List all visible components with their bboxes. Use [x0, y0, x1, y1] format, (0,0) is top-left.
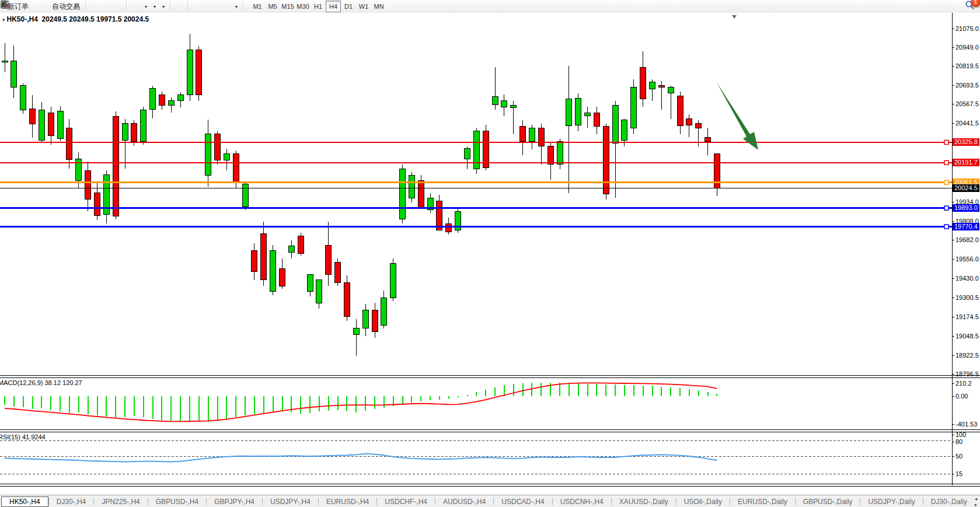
timeframe-H4[interactable]: H4: [326, 1, 341, 12]
macd-tick-mark: [952, 383, 954, 384]
price-tick-mark: [952, 259, 954, 260]
timeframe-MN[interactable]: MN: [371, 1, 386, 12]
rsi-tick: 50: [955, 453, 962, 460]
one-click-trading-toggle-icon[interactable]: ▾: [2, 17, 5, 23]
price-tick: 19682.0: [955, 236, 979, 243]
pane-separator-macd[interactable]: [0, 375, 980, 378]
tab-gbpusd-daily[interactable]: GBPUSD-,Daily: [796, 496, 860, 506]
chart-client-area: ▾HK50-,H4 20249.5 20249.5 19971.5 20024.…: [0, 13, 980, 495]
chart-ohlc-header: ▾HK50-,H4 20249.5 20249.5 19971.5 20024.…: [2, 15, 149, 23]
macd-tick-mark: [952, 396, 954, 397]
rsi-tick: 80: [955, 438, 962, 445]
toolbar-separator: [85, 2, 86, 11]
tab-eurusd-daily[interactable]: EURUSD-,Daily: [730, 496, 795, 506]
timeframe-M1[interactable]: M1: [250, 1, 265, 12]
tab-gbpjpy-h4[interactable]: GBPJPY-,H4: [207, 496, 262, 506]
pane-separator-rsi[interactable]: [0, 429, 980, 432]
price-tick-mark: [952, 374, 954, 375]
timeframe-W1[interactable]: W1: [356, 1, 371, 12]
macd-tick: 0.00: [955, 393, 968, 400]
rsi-tick-mark: [952, 442, 954, 442]
channel-button[interactable]: E: [208, 0, 214, 13]
chart-shift-button[interactable]: [130, 0, 135, 13]
line-chart-button[interactable]: [100, 0, 106, 13]
text-label-button[interactable]: T: [226, 0, 232, 13]
bar-chart-button[interactable]: [89, 0, 95, 13]
price-tick-mark: [952, 317, 954, 317]
new-chart-button[interactable]: ▾: [141, 0, 150, 13]
ohlc-low: 19971.5: [96, 15, 121, 23]
rsi-label: RSI(15) 41.9244: [0, 433, 46, 440]
timeframe-M30[interactable]: M30: [295, 1, 311, 12]
search-button[interactable]: [965, 0, 971, 13]
chevron-down-icon: ▾: [145, 4, 147, 9]
zoom-out-button[interactable]: [112, 0, 118, 13]
rsi-tick: 15: [955, 470, 962, 477]
autotrading-label: 自动交易: [52, 2, 80, 12]
shapes-button[interactable]: ▾: [232, 0, 240, 13]
periods-button[interactable]: ▾: [150, 0, 159, 13]
signals-button[interactable]: [43, 0, 49, 13]
timeframe-H1[interactable]: H1: [311, 1, 326, 12]
trendline-button[interactable]: [203, 0, 208, 13]
notifications-button[interactable]: 1: [971, 0, 976, 13]
chevron-down-icon: ▾: [154, 4, 156, 9]
tab-audusd-h4[interactable]: AUDUSD-,H4: [435, 496, 493, 506]
timeframe-D1[interactable]: D1: [341, 1, 356, 12]
symbol-tab-bar: HK50-,H4DJ30-,H4JPN225-,H4GBPUSD-,H4GBPJ…: [0, 495, 980, 507]
price-tick: 19430.0: [955, 275, 979, 282]
tab-hk50-h4[interactable]: HK50-,H4: [1, 496, 48, 507]
chevron-down-icon: ▾: [235, 4, 238, 9]
macd-tick: -401.53: [955, 421, 977, 428]
tab-jpn225-h4[interactable]: JPN225-,H4: [94, 496, 147, 506]
indicators-button[interactable]: ▾: [159, 0, 168, 13]
price-tick: 20441.5: [955, 120, 979, 127]
auto-scroll-button[interactable]: [135, 0, 141, 13]
horizontal-line-button[interactable]: [197, 0, 203, 13]
price-line-badge-20191.7: 20191.7: [953, 159, 979, 166]
tile-windows-button[interactable]: [118, 0, 124, 13]
price-tick-mark: [952, 240, 954, 240]
autotrading-button[interactable]: 自动交易: [49, 0, 83, 13]
toolbar-separator: [187, 2, 189, 11]
ohlc-close: 20024.5: [124, 15, 149, 23]
tab-eurusd-h4[interactable]: EURUSD-,H4: [319, 496, 376, 506]
price-tick: 18922.5: [955, 352, 979, 359]
tab-usdjpy-daily[interactable]: USDJPY-,Daily: [860, 496, 922, 506]
price-line-badge-19893.0: 19893.0: [953, 204, 979, 212]
toolbar-separator: [126, 2, 127, 11]
price-tick-mark: [952, 336, 954, 337]
zoom-in-button[interactable]: [106, 0, 112, 13]
tab-dj30-daily[interactable]: DJ30-,Daily: [923, 496, 975, 506]
tab-usdcnh-h4[interactable]: USDCNH-,H4: [553, 496, 611, 506]
text-button[interactable]: A: [220, 0, 226, 13]
price-tick: 20693.5: [955, 82, 979, 89]
rsi-tick: 100: [955, 431, 966, 438]
tab-usdjpy-h4[interactable]: USDJPY-,H4: [263, 496, 318, 506]
fibonacci-button[interactable]: F: [214, 0, 220, 13]
tab-usdcad-h4[interactable]: USDCAD-,H4: [494, 496, 552, 506]
toolbar-separator: [170, 2, 171, 11]
price-tick-mark: [952, 47, 954, 48]
timeframe-M15[interactable]: M15: [280, 1, 295, 12]
tab-xauusd-daily[interactable]: XAUUSD-,Daily: [612, 496, 676, 506]
crosshair-button[interactable]: [179, 0, 185, 13]
rsi-tick-mark: [952, 456, 954, 457]
timeframe-group: M1M5M15M30H1H4D1W1MN: [250, 1, 386, 12]
community-button[interactable]: [37, 0, 43, 13]
price-chart-canvas[interactable]: [0, 13, 980, 485]
market-button[interactable]: [32, 0, 37, 13]
candlestick-button[interactable]: [95, 0, 100, 13]
tab-usdchf-h4[interactable]: USDCHF-,H4: [377, 496, 435, 506]
chevron-down-icon: ▾: [162, 4, 165, 9]
tab-gbpusd-h4[interactable]: GBPUSD-,H4: [148, 496, 206, 506]
vertical-line-button[interactable]: [191, 0, 197, 13]
timeframe-M5[interactable]: M5: [265, 1, 280, 12]
price-tick-mark: [952, 278, 954, 279]
price-tick-mark: [952, 298, 954, 298]
tab-scroll-arrows[interactable]: ◂ ▸: [975, 496, 980, 507]
new-order-label: 新订单: [8, 2, 29, 12]
tab-dj30-h4[interactable]: DJ30-,H4: [49, 496, 94, 506]
tab-usoil-daily[interactable]: USOil-,Daily: [676, 496, 730, 506]
cursor-button[interactable]: [173, 0, 179, 13]
